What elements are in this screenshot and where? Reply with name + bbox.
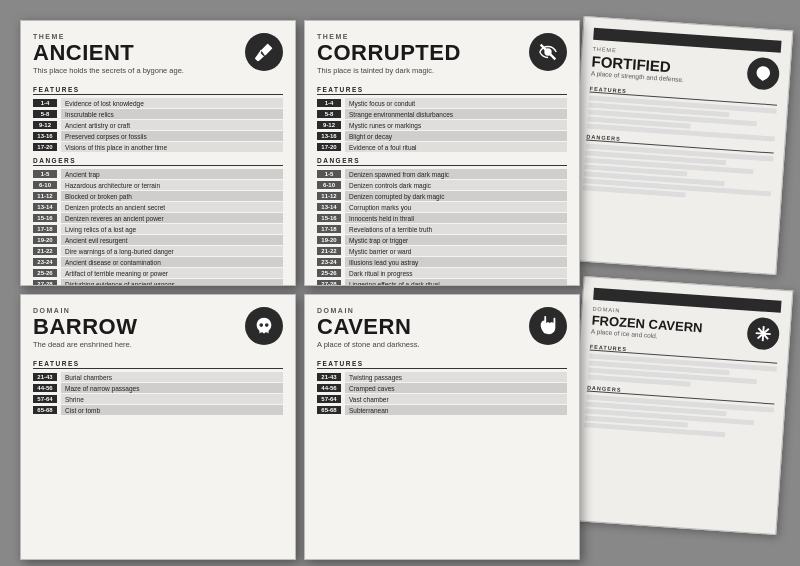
table-row: 57-64 Vast chamber xyxy=(317,394,567,404)
card-corrupted-dangers: 1-5 Denizen spawned from dark magic 6-10… xyxy=(317,169,567,286)
card-ancient-features-label: FEATURES xyxy=(33,86,283,95)
table-row: 25-26 Artifact of terrible meaning or po… xyxy=(33,268,283,278)
svg-point-9 xyxy=(265,323,269,327)
card-cavern-icon xyxy=(529,307,567,345)
card-cavern-subtitle: A place of stone and darkness. xyxy=(317,340,420,349)
table-row: 17-20 Visions of this place in another t… xyxy=(33,142,283,152)
table-row: 9-12 Ancient artistry or craft xyxy=(33,120,283,130)
card-corrupted-features-label: FEATURES xyxy=(317,86,567,95)
table-row: 17-18 Living relics of a lost age xyxy=(33,224,283,234)
card-cavern-features-label: FEATURES xyxy=(317,360,567,369)
card-corrupted-dangers-label: DANGERS xyxy=(317,157,567,166)
card-barrow-subtitle: The dead are enshrined here. xyxy=(33,340,137,349)
table-row: 1-5 Ancient trap xyxy=(33,169,283,179)
table-row: 13-16 Blight or decay xyxy=(317,131,567,141)
card-barrow-header: DOMAIN BARROW The dead are enshrined her… xyxy=(33,307,283,355)
right-card-top: THEME FORTIFIED A place of strength and … xyxy=(567,16,794,275)
card-corrupted: THEME CORRUPTED This place is tainted by… xyxy=(304,20,580,286)
table-row: 25-26 Dark ritual in progress xyxy=(317,268,567,278)
card-ancient-title: ANCIENT xyxy=(33,42,184,64)
main-grid: THEME ANCIENT This place holds the secre… xyxy=(20,20,580,560)
table-row: 5-8 Strange environmental disturbances xyxy=(317,109,567,119)
page-container: THEME FORTIFIED A place of strength and … xyxy=(0,0,800,566)
table-row: 9-12 Mystic runes or markings xyxy=(317,120,567,130)
table-row: 11-12 Denizen corrupted by dark magic xyxy=(317,191,567,201)
card-barrow-features: 21-43 Burial chambers 44-56 Maze of narr… xyxy=(33,372,283,415)
table-row: 65-68 Subterranean xyxy=(317,405,567,415)
card-cavern-category: DOMAIN xyxy=(317,307,420,314)
table-row: 1-4 Evidence of lost knowledge xyxy=(33,98,283,108)
card-corrupted-features: 1-4 Mystic focus or conduit 5-8 Strange … xyxy=(317,98,567,152)
card-ancient-features: 1-4 Evidence of lost knowledge 5-8 Inscr… xyxy=(33,98,283,152)
table-row: 13-14 Corruption marks you xyxy=(317,202,567,212)
table-row: 44-56 Maze of narrow passages xyxy=(33,383,283,393)
card-ancient-category: THEME xyxy=(33,33,184,40)
card-ancient-dangers: 1-5 Ancient trap 6-10 Hazardous architec… xyxy=(33,169,283,286)
table-row: 1-4 Mystic focus or conduit xyxy=(317,98,567,108)
table-row: 27-28 Lingering effects of a dark ritual xyxy=(317,279,567,286)
card-barrow-title-area: DOMAIN BARROW The dead are enshrined her… xyxy=(33,307,137,355)
card-cavern: DOMAIN CAVERN A place of stone and darkn… xyxy=(304,294,580,560)
table-row: 19-20 Ancient evil resurgent xyxy=(33,235,283,245)
table-row: 13-14 Denizen protects an ancient secret xyxy=(33,202,283,212)
card-corrupted-icon xyxy=(529,33,567,71)
table-row: 13-16 Preserved corpses or fossils xyxy=(33,131,283,141)
card-ancient-header: THEME ANCIENT This place holds the secre… xyxy=(33,33,283,81)
table-row: 19-20 Mystic trap or trigger xyxy=(317,235,567,245)
card-cavern-features: 21-43 Twisting passages 44-56 Cramped ca… xyxy=(317,372,567,415)
card-barrow-title: BARROW xyxy=(33,316,137,338)
card-corrupted-title-area: THEME CORRUPTED This place is tainted by… xyxy=(317,33,461,81)
table-row: 17-20 Evidence of a foul ritual xyxy=(317,142,567,152)
table-row: 21-22 Dire warnings of a long-buried dan… xyxy=(33,246,283,256)
card-barrow: DOMAIN BARROW The dead are enshrined her… xyxy=(20,294,296,560)
card-corrupted-header: THEME CORRUPTED This place is tainted by… xyxy=(317,33,567,81)
table-row: 15-16 Denizen reveres an ancient power xyxy=(33,213,283,223)
card-ancient-subtitle: This place holds the secrets of a bygone… xyxy=(33,66,184,75)
card-cavern-title: CAVERN xyxy=(317,316,420,338)
right-card-stack: THEME FORTIFIED A place of strength and … xyxy=(565,15,785,545)
table-row: 6-10 Denizen controls dark magic xyxy=(317,180,567,190)
table-row: 11-12 Blocked or broken path xyxy=(33,191,283,201)
table-row: 6-10 Hazardous architecture or terrain xyxy=(33,180,283,190)
right-card-icon-2 xyxy=(746,317,780,351)
right-card-icon-1 xyxy=(746,57,780,91)
table-row: 17-18 Revelations of a terrible truth xyxy=(317,224,567,234)
table-row: 23-24 Ancient disease or contamination xyxy=(33,257,283,267)
card-corrupted-title: CORRUPTED xyxy=(317,42,461,64)
card-ancient-icon xyxy=(245,33,283,71)
svg-rect-7 xyxy=(265,332,268,334)
card-barrow-features-label: FEATURES xyxy=(33,360,283,369)
table-row: 65-68 Cist or tomb xyxy=(33,405,283,415)
table-row: 15-16 Innocents held in thrall xyxy=(317,213,567,223)
table-row: 23-24 Illusions lead you astray xyxy=(317,257,567,267)
svg-rect-6 xyxy=(260,332,263,334)
card-corrupted-subtitle: This place is tainted by dark magic. xyxy=(317,66,461,75)
card-ancient: THEME ANCIENT This place holds the secre… xyxy=(20,20,296,286)
table-row: 1-5 Denizen spawned from dark magic xyxy=(317,169,567,179)
table-row: 5-8 Inscrutable relics xyxy=(33,109,283,119)
table-row: 21-43 Twisting passages xyxy=(317,372,567,382)
table-row: 21-43 Burial chambers xyxy=(33,372,283,382)
table-row: 57-64 Shrine xyxy=(33,394,283,404)
card-ancient-title-area: THEME ANCIENT This place holds the secre… xyxy=(33,33,184,81)
table-row: 44-56 Cramped caves xyxy=(317,383,567,393)
card-cavern-header: DOMAIN CAVERN A place of stone and darkn… xyxy=(317,307,567,355)
table-row: 27-28 Disturbing evidence of ancient wro… xyxy=(33,279,283,286)
table-row: 21-22 Mystic barrier or ward xyxy=(317,246,567,256)
svg-point-5 xyxy=(545,49,551,55)
card-corrupted-category: THEME xyxy=(317,33,461,40)
card-barrow-icon xyxy=(245,307,283,345)
svg-point-8 xyxy=(259,323,263,327)
card-barrow-category: DOMAIN xyxy=(33,307,137,314)
right-card-bottom: DOMAIN FROZEN CAVERN A place of ice and … xyxy=(567,276,794,535)
card-cavern-title-area: DOMAIN CAVERN A place of stone and darkn… xyxy=(317,307,420,355)
card-ancient-dangers-label: DANGERS xyxy=(33,157,283,166)
